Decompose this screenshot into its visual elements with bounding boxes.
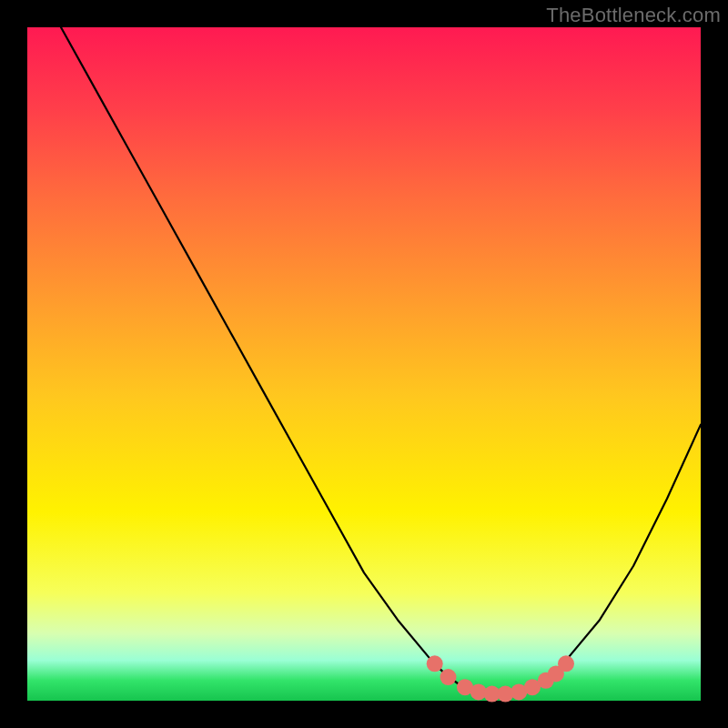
marker-dot bbox=[427, 655, 443, 672]
plot-area bbox=[27, 27, 701, 701]
bottleneck-curve-svg bbox=[27, 27, 701, 701]
chart-frame: TheBottleneck.com bbox=[0, 0, 728, 728]
marker-dot bbox=[440, 669, 457, 685]
marker-dot bbox=[558, 655, 574, 672]
optimal-range-markers bbox=[427, 655, 574, 702]
bottleneck-curve bbox=[61, 27, 701, 694]
watermark-text: TheBottleneck.com bbox=[546, 4, 721, 27]
